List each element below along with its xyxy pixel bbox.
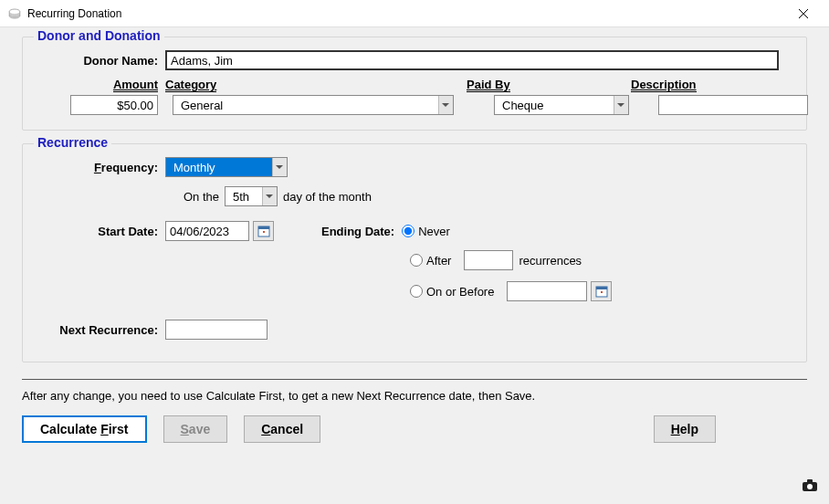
onbefore-date-input[interactable]: [507, 281, 587, 301]
description-input[interactable]: [658, 95, 808, 115]
svg-rect-12: [807, 479, 813, 483]
divider: [22, 379, 807, 380]
close-button[interactable]: [785, 0, 822, 27]
svg-rect-9: [596, 287, 607, 289]
category-header: Category: [165, 78, 467, 91]
app-icon: [7, 6, 22, 21]
close-icon: [798, 8, 809, 19]
frequency-label: Frequency:: [37, 161, 165, 174]
frequency-select[interactable]: Monthly: [165, 157, 288, 177]
svg-point-2: [9, 9, 20, 15]
svg-rect-6: [258, 226, 269, 229]
recurrence-count-input[interactable]: [464, 250, 513, 270]
donor-donation-group: Donor and Donation Donor Name: Amount Ca…: [22, 37, 807, 131]
description-header: Description: [631, 78, 786, 91]
cancel-button[interactable]: Cancel: [244, 415, 320, 443]
donor-name-input[interactable]: [165, 50, 779, 70]
instruction-text: After any change, you need to use Calcul…: [22, 389, 807, 403]
recurrence-group-legend: Recurrence: [34, 135, 111, 150]
paidby-select[interactable]: Cheque: [494, 95, 629, 115]
donor-group-legend: Donor and Donation: [34, 28, 164, 43]
ending-date-label: Ending Date:: [321, 225, 394, 238]
svg-rect-7: [263, 231, 265, 233]
amount-input[interactable]: [70, 95, 158, 115]
paidby-header: Paid By: [467, 78, 631, 91]
button-row: Calculate First Save Cancel Help: [22, 415, 807, 443]
on-the-text: On the: [184, 190, 219, 204]
start-date-calendar-button[interactable]: [253, 221, 274, 241]
ending-after-radio[interactable]: [410, 254, 423, 267]
window-title: Recurring Donation: [27, 7, 785, 20]
onbefore-calendar-button[interactable]: [591, 281, 612, 301]
recurrence-group: Recurrence Frequency: Monthly On the 5th…: [22, 143, 807, 362]
next-recurrence-input[interactable]: [165, 320, 268, 340]
titlebar: Recurring Donation: [0, 0, 829, 27]
camera-icon: [802, 478, 818, 495]
ending-onbefore-radio[interactable]: [410, 285, 423, 298]
calendar-icon: [257, 225, 270, 237]
svg-point-13: [807, 484, 813, 489]
ending-onbefore-label: On or Before: [426, 285, 494, 299]
save-button[interactable]: Save: [163, 415, 228, 443]
next-recurrence-label: Next Recurrence:: [37, 323, 165, 337]
recurrences-suffix: recurrences: [519, 254, 582, 268]
day-select[interactable]: 5th: [225, 186, 278, 206]
calendar-icon: [595, 285, 608, 298]
ending-never-radio[interactable]: [402, 225, 414, 237]
ending-never-label: Never: [418, 225, 450, 238]
svg-rect-10: [601, 291, 603, 293]
amount-header: Amount: [37, 78, 165, 91]
start-date-input[interactable]: [165, 221, 249, 241]
help-button[interactable]: Help: [654, 415, 716, 443]
day-suffix-text: day of the month: [283, 190, 372, 204]
start-date-label: Start Date:: [37, 225, 165, 238]
donor-name-label: Donor Name:: [37, 54, 165, 68]
category-select[interactable]: General: [173, 95, 454, 115]
ending-after-label: After: [426, 254, 451, 268]
calculate-first-button[interactable]: Calculate First: [22, 415, 147, 443]
